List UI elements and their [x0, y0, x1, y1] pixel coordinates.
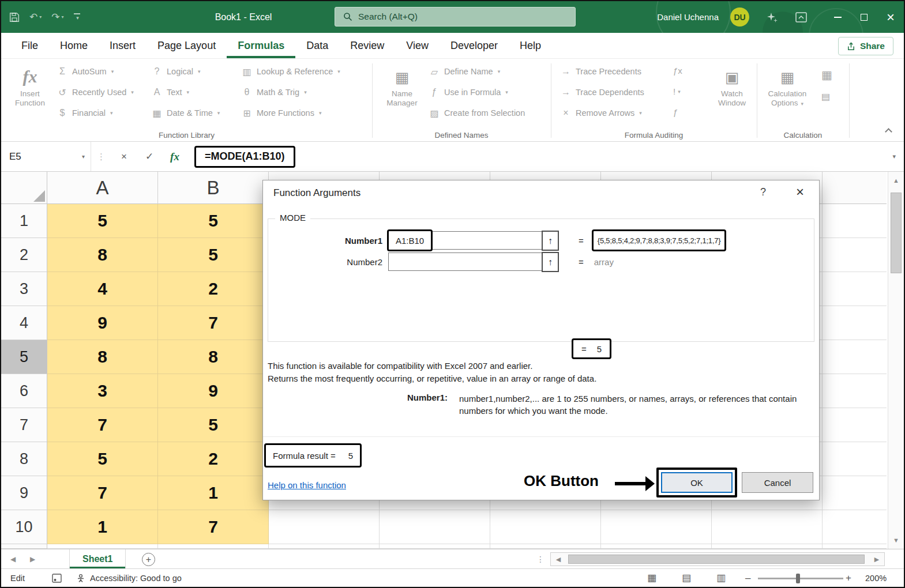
dialog-help-icon[interactable]: ? — [760, 186, 766, 198]
scroll-right-icon[interactable]: ▶ — [869, 553, 884, 566]
horizontal-scroll-thumb[interactable] — [568, 555, 865, 564]
empty-cells[interactable] — [269, 510, 887, 544]
scroll-down-icon[interactable]: ▼ — [888, 532, 904, 549]
scroll-left-icon[interactable]: ◀ — [551, 553, 566, 566]
cell-a6[interactable]: 3 — [47, 374, 158, 408]
sparkle-icon[interactable] — [767, 12, 778, 23]
zoom-slider-track[interactable] — [758, 578, 843, 579]
user-name[interactable]: Daniel Uchenna — [657, 12, 719, 22]
name-box[interactable]: E5 ▾ — [1, 142, 91, 171]
zoom-slider-thumb[interactable] — [796, 574, 800, 583]
cancel-entry-icon[interactable]: × — [111, 151, 137, 163]
range-picker-number1[interactable]: ↑ — [542, 231, 559, 251]
cell-a7[interactable]: 7 — [47, 408, 158, 442]
sheet-tab-sheet1[interactable]: Sheet1 — [69, 549, 126, 568]
avatar[interactable]: DU — [730, 7, 749, 27]
tab-insert[interactable]: Insert — [99, 33, 147, 58]
create-from-selection-button[interactable]: ▨Create from Selection — [429, 105, 525, 121]
financial-button[interactable]: $Financial▾ — [57, 105, 113, 121]
recently-used-button[interactable]: ↺Recently Used▾ — [57, 84, 134, 100]
use-in-formula-button[interactable]: ƒUse in Formula▾ — [429, 84, 508, 100]
formula-text[interactable]: =MODE(A1:B10) — [205, 150, 285, 163]
row-header-9[interactable]: 9 — [1, 476, 47, 510]
cell-b9[interactable]: 1 — [158, 476, 269, 510]
number1-input[interactable]: A1:B10 ↑ — [388, 231, 559, 250]
range-picker-number2[interactable]: ↑ — [542, 252, 559, 272]
scroll-up-icon[interactable]: ▲ — [888, 172, 904, 189]
search-box[interactable]: Search (Alt+Q) — [335, 7, 576, 27]
autosum-button[interactable]: ΣAutoSum▾ — [57, 63, 114, 80]
cell-b4[interactable]: 7 — [158, 306, 269, 340]
row-header-7[interactable]: 7 — [1, 408, 47, 442]
tab-developer[interactable]: Developer — [440, 33, 509, 58]
logical-button[interactable]: ?Logical▾ — [151, 63, 200, 80]
cell-b1[interactable]: 5 — [158, 204, 269, 238]
normal-view-icon[interactable]: ▦ — [647, 569, 656, 587]
row-header-1[interactable]: 1 — [1, 204, 47, 238]
macro-record-icon[interactable] — [52, 569, 62, 587]
accessibility-status[interactable]: Accessibility: Good to go — [76, 569, 182, 587]
trace-precedents-button[interactable]: →Trace Precedents — [560, 63, 641, 80]
collapse-ribbon-icon[interactable] — [885, 128, 892, 135]
cell-a8[interactable]: 5 — [47, 442, 158, 476]
trace-dependents-button[interactable]: →Trace Dependents — [560, 84, 644, 100]
lookup-reference-button[interactable]: ▥Lookup & Reference▾ — [241, 63, 340, 80]
vertical-scroll-thumb[interactable] — [891, 193, 902, 273]
undo-button[interactable]: ↶▾ — [29, 11, 42, 23]
name-manager-button[interactable]: ▦ Name Manager — [380, 62, 424, 108]
define-name-button[interactable]: ▱Define Name▾ — [429, 63, 500, 80]
watch-window-button[interactable]: ▣ Watch Window — [711, 62, 753, 108]
add-sheet-button[interactable]: + — [142, 553, 155, 566]
text-button[interactable]: AText▾ — [151, 84, 189, 100]
cell-b10[interactable]: 7 — [158, 510, 269, 544]
tab-review[interactable]: Review — [339, 33, 395, 58]
tab-formulas[interactable]: Formulas — [227, 33, 295, 58]
ribbon-display-options-icon[interactable] — [795, 12, 807, 22]
row-header-5-active[interactable]: 5 — [1, 340, 47, 374]
row-header-4[interactable]: 4 — [1, 306, 47, 340]
calculate-sheet-icon[interactable]: ▤ — [821, 91, 830, 102]
row-header-2[interactable]: 2 — [1, 238, 47, 272]
cell-a5[interactable]: 8 — [47, 340, 158, 374]
save-icon[interactable] — [9, 12, 20, 22]
error-checking-icon[interactable]: !▾ — [673, 86, 681, 96]
help-on-function-link[interactable]: Help on this function — [268, 480, 346, 490]
show-formulas-icon[interactable]: ƒx — [673, 66, 682, 76]
dialog-close-icon[interactable]: × — [796, 184, 804, 200]
row-header-6[interactable]: 6 — [1, 374, 47, 408]
cell-b5[interactable]: 8 — [158, 340, 269, 374]
cell-a1[interactable]: 5 — [47, 204, 158, 238]
minimize-button[interactable] — [824, 1, 851, 33]
calculate-now-icon[interactable]: ▦ — [821, 68, 832, 82]
prev-sheet-icon[interactable]: ◀ — [10, 549, 16, 568]
next-sheet-icon[interactable]: ▶ — [30, 549, 35, 568]
row-header-8[interactable]: 8 — [1, 442, 47, 476]
vertical-scrollbar[interactable]: ▲ ▼ — [888, 172, 904, 549]
tab-file[interactable]: File — [10, 33, 49, 58]
zoom-level[interactable]: 200% — [865, 569, 887, 587]
customize-quick-access-icon[interactable]: ▾ — [74, 13, 80, 21]
share-button[interactable]: Share — [838, 37, 893, 55]
page-break-view-icon[interactable]: ▥ — [716, 569, 726, 587]
number2-input[interactable]: ↑ — [388, 252, 559, 271]
cell-b3[interactable]: 2 — [158, 272, 269, 306]
cell-a9[interactable]: 7 — [47, 476, 158, 510]
column-header-a[interactable]: A — [47, 172, 158, 204]
insert-function-button[interactable]: fx Insert Function — [8, 62, 52, 108]
zoom-in-icon[interactable]: + — [846, 569, 851, 587]
cell-a2[interactable]: 8 — [47, 238, 158, 272]
column-header-b[interactable]: B — [158, 172, 269, 204]
calculation-options-button[interactable]: ▦ Calculation Options ▾ — [761, 62, 813, 108]
ok-button[interactable]: OK — [661, 472, 733, 493]
close-button[interactable]: × — [877, 1, 904, 33]
date-time-button[interactable]: ▦Date & Time▾ — [151, 105, 220, 121]
remove-arrows-button[interactable]: ×Remove Arrows▾ — [560, 105, 642, 121]
horizontal-scrollbar[interactable]: ◀ ▶ — [550, 552, 885, 566]
more-functions-button[interactable]: ⊞More Functions▾ — [241, 105, 321, 121]
math-trig-button[interactable]: θMath & Trig▾ — [241, 84, 307, 100]
cell-a4[interactable]: 9 — [47, 306, 158, 340]
tab-view[interactable]: View — [395, 33, 440, 58]
confirm-entry-icon[interactable]: ✓ — [137, 150, 162, 163]
select-all-corner[interactable] — [1, 172, 47, 204]
row-header-10[interactable]: 10 — [1, 510, 47, 544]
